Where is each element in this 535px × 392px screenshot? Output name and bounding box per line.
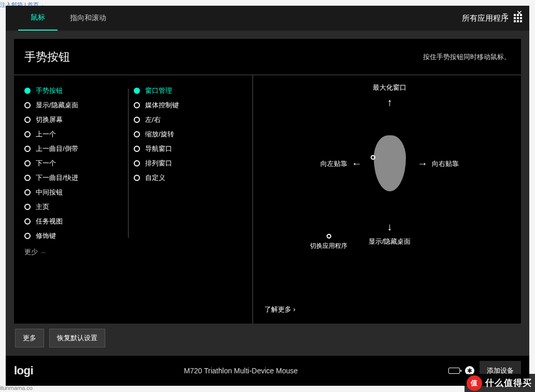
gesture-panel: 手势按钮 按住手势按钮同时移动鼠标。 手势按钮 显示/隐藏桌面 切换屏幕 上一个… (14, 39, 521, 324)
list-item[interactable]: 导航窗口 (134, 142, 232, 156)
minimize-button[interactable]: – (500, 9, 510, 17)
gesture-diagram: 最大化窗口↑ ↓显示/隐藏桌面 向左贴靠← →向右贴靠 切换应用程序 (269, 91, 511, 236)
direction-up: 最大化窗口↑ (373, 83, 406, 108)
direction-right: →向右贴靠 (417, 158, 459, 170)
extra-gesture: 切换应用程序 (310, 234, 347, 250)
mouse-icon (374, 135, 406, 191)
list-item[interactable]: 主页 (24, 200, 123, 214)
arrow-right-icon: → (417, 158, 428, 170)
list-item[interactable]: 缩放/旋转 (134, 127, 232, 142)
battery-icon (448, 368, 460, 374)
list-item[interactable]: 任务视图 (24, 214, 123, 229)
chevron-up-icon: ︿ (41, 248, 46, 256)
arrow-up-icon: ↑ (387, 96, 392, 108)
list-item[interactable]: 切换屏幕 (24, 113, 123, 127)
direction-left: 向左贴靠← (320, 158, 362, 170)
list-item[interactable]: 下一个 (24, 156, 123, 171)
mouse-button-dot (371, 155, 375, 160)
list-item[interactable]: 上一曲目/倒带 (24, 142, 123, 156)
footer-bar: logi M720 Triathlon Multi-Device Mouse ✱… (6, 356, 529, 386)
more-button[interactable]: 更多 (15, 329, 44, 347)
list-item[interactable]: 显示/隐藏桌面 (24, 98, 123, 113)
device-name: M720 Triathlon Multi-Device Mouse (184, 367, 298, 375)
list-item[interactable]: 中间按钮 (24, 185, 123, 200)
top-bar: 鼠标 指向和滚动 所有应用程序 (6, 6, 529, 31)
list-item[interactable]: 修饰键 (24, 229, 123, 243)
logitech-options-window: – ✕ 鼠标 指向和滚动 所有应用程序 手势按钮 按住手势按钮同时移动鼠标。 (6, 6, 529, 386)
list-item[interactable]: 上一个 (24, 127, 123, 142)
list-item[interactable]: 下一曲目/快进 (24, 171, 123, 185)
list-item[interactable]: 排列窗口 (134, 156, 232, 171)
tab-point-scroll[interactable]: 指向和滚动 (58, 6, 119, 31)
logi-logo: logi (14, 364, 33, 377)
list-item[interactable]: 媒体控制键 (134, 98, 232, 113)
window-mgmt-header[interactable]: 窗口管理 (134, 83, 232, 98)
restore-defaults-button[interactable]: 恢复默认设置 (49, 329, 105, 347)
list-item[interactable]: 自定义 (134, 171, 232, 185)
arrow-left-icon: ← (351, 158, 362, 170)
list-item[interactable]: 左/右 (134, 113, 232, 127)
arrow-down-icon: ↓ (387, 221, 392, 233)
watermark-badge: 值 (467, 375, 482, 391)
tab-mouse[interactable]: 鼠标 (18, 6, 58, 31)
smzdm-watermark: 值 什么值得买 (464, 374, 535, 392)
panel-hint: 按住手势按钮同时移动鼠标。 (423, 52, 511, 62)
close-button[interactable]: ✕ (515, 9, 524, 17)
panel-title: 手势按钮 (24, 49, 70, 65)
learn-more-link[interactable]: 了解更多 (264, 305, 295, 314)
collapse-less[interactable]: 更少︿ (14, 243, 252, 261)
gesture-header[interactable]: 手势按钮 (24, 83, 123, 98)
direction-down: ↓显示/隐藏桌面 (369, 221, 411, 246)
